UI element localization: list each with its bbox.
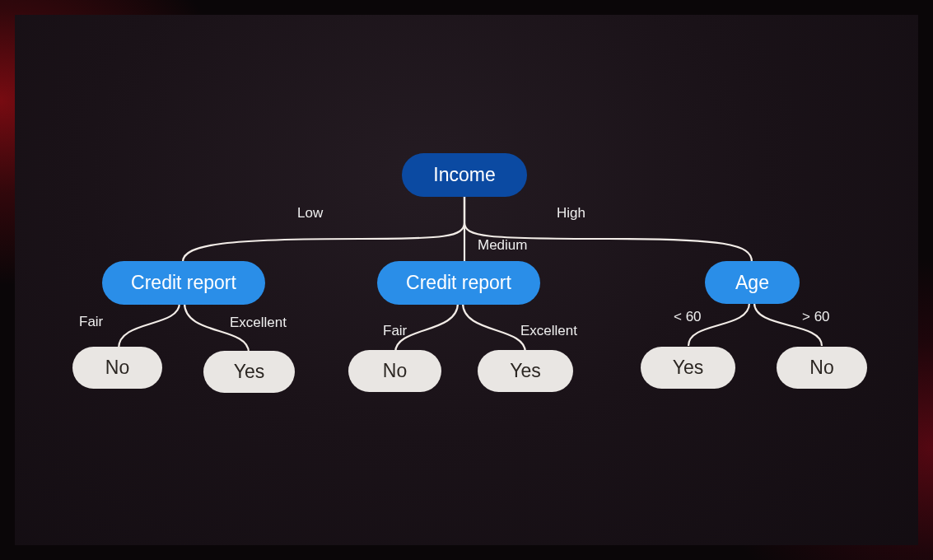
edge-excellent-2: Excellent xyxy=(520,324,577,338)
node-age: Age xyxy=(705,261,800,304)
diagram-canvas: Income Credit report Credit report Age N… xyxy=(15,15,918,545)
leaf-yes-3: Yes xyxy=(641,347,735,389)
edge-fair-1: Fair xyxy=(79,315,103,329)
edge-lt60: < 60 xyxy=(674,310,702,324)
leaf-no-2: No xyxy=(348,350,441,392)
edge-high: High xyxy=(557,206,585,220)
edge-medium: Medium xyxy=(478,238,527,252)
root-node-income: Income xyxy=(402,153,527,197)
image-frame: Income Credit report Credit report Age N… xyxy=(0,0,933,560)
edge-fair-2: Fair xyxy=(383,324,407,338)
leaf-yes-2: Yes xyxy=(478,350,573,392)
leaf-yes-1: Yes xyxy=(203,351,295,393)
edge-low: Low xyxy=(297,206,323,220)
leaf-no-3: No xyxy=(777,347,867,389)
edge-gt60: > 60 xyxy=(802,310,830,324)
edge-excellent-1: Excellent xyxy=(230,315,287,329)
node-credit-report-mid: Credit report xyxy=(377,261,540,305)
leaf-no-1: No xyxy=(72,347,162,389)
node-credit-report-left: Credit report xyxy=(102,261,265,305)
